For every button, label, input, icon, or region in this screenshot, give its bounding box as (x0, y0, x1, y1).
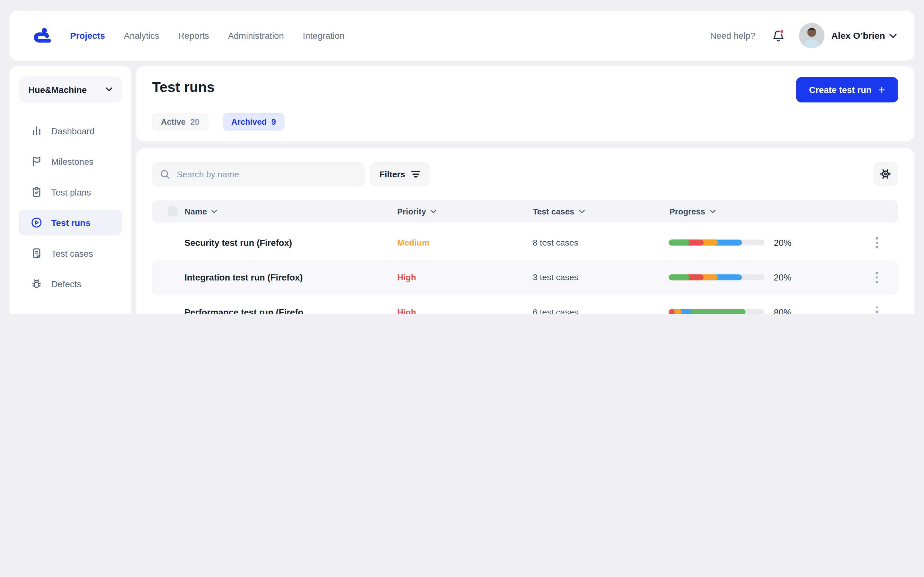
bar-chart-icon (31, 125, 43, 137)
row-priority: Medium (397, 238, 430, 247)
need-help-link[interactable]: Need help? (710, 31, 755, 41)
progress-bar (669, 274, 764, 280)
column-label: Name (184, 207, 207, 216)
sidebar-item-test-runs[interactable]: Test runs (19, 210, 122, 235)
test-runs-table-card: Filters Name Priority Test cases Progres… (136, 148, 914, 314)
clipboard-check-icon (31, 186, 43, 198)
user-avatar[interactable] (799, 23, 824, 48)
sidebar-menu: DashboardMilestonesTest plansTest runsTe… (19, 118, 122, 297)
table-row: Security test run (Firefox)Medium8 test … (152, 226, 898, 260)
progress-bar (669, 309, 764, 314)
top-navigation-bar: ProjectsAnalyticsReportsAdministrationIn… (9, 11, 914, 61)
project-selector[interactable]: Hue&Machine (19, 77, 122, 103)
column-header-name[interactable]: Name (184, 207, 218, 216)
filter-lines-icon (411, 171, 420, 178)
create-test-run-label: Create test run (809, 85, 871, 95)
project-chevron-down-icon (105, 87, 113, 92)
plus-icon: + (879, 83, 885, 96)
tab-active[interactable]: Active20 (152, 113, 208, 131)
search-input[interactable] (176, 169, 357, 179)
row-progress-percent: 80% (774, 307, 792, 314)
sidebar: Hue&Machine DashboardMilestonesTest plan… (9, 66, 131, 314)
filters-button[interactable]: Filters (370, 162, 429, 187)
sort-chevron-down-icon (430, 210, 437, 213)
screen: ProjectsAnalyticsReportsAdministrationIn… (0, 0, 924, 314)
gear-icon (879, 168, 892, 180)
create-test-run-button[interactable]: Create test run + (796, 77, 898, 103)
row-name[interactable]: Integration test run (Firefox) (184, 272, 303, 282)
filters-label: Filters (380, 169, 405, 179)
sidebar-item-test-cases[interactable]: Test cases (19, 240, 122, 266)
row-test-cases: 6 test cases (533, 308, 578, 314)
column-label: Progress (670, 207, 705, 216)
row-actions-kebab-icon[interactable] (873, 269, 880, 285)
user-menu-chevron-down-icon[interactable] (889, 33, 897, 38)
app-logo-icon[interactable] (33, 27, 53, 44)
bug-icon (31, 278, 43, 290)
sidebar-item-milestones[interactable]: Milestones (19, 148, 122, 174)
nav-item-analytics[interactable]: Analytics (124, 31, 159, 41)
topbar-right: Need help? Alex O’brien (710, 23, 897, 48)
nav-item-integration[interactable]: Integration (303, 31, 344, 41)
nav-item-administration[interactable]: Administration (228, 31, 284, 41)
document-check-icon (31, 247, 43, 259)
sidebar-item-label: Test cases (51, 248, 93, 258)
column-label: Priority (397, 207, 426, 216)
sidebar-item-label: Dashboard (51, 126, 95, 135)
tab-bar: Active20Archived9 (152, 113, 285, 131)
table-body: Security test run (Firefox)Medium8 test … (152, 226, 898, 314)
row-progress-percent: 20% (774, 238, 792, 248)
page-header-card: Test runs Active20Archived9 Create test … (136, 66, 914, 141)
row-name[interactable]: Performance test run (Firefo... (184, 307, 310, 314)
search-box (152, 162, 365, 187)
sidebar-item-defects[interactable]: Defects (19, 271, 122, 297)
column-header-test-cases[interactable]: Test cases (533, 207, 585, 216)
table-row: Performance test run (Firefo...High6 tes… (152, 295, 898, 314)
row-actions-kebab-icon[interactable] (873, 304, 880, 314)
column-header-progress[interactable]: Progress (670, 207, 716, 216)
row-progress-percent: 20% (774, 272, 792, 282)
tab-count: 9 (271, 117, 276, 127)
sidebar-item-label: Defects (51, 279, 81, 289)
sidebar-item-test-plans[interactable]: Test plans (19, 179, 122, 205)
select-all-checkbox[interactable] (168, 206, 178, 216)
tab-count: 20 (190, 117, 200, 127)
notifications-bell-icon[interactable] (772, 29, 785, 43)
project-name: Hue&Machine (28, 85, 105, 95)
row-priority: High (397, 308, 416, 314)
nav-item-reports[interactable]: Reports (178, 31, 209, 41)
row-test-cases: 8 test cases (533, 238, 578, 247)
column-label: Test cases (533, 207, 574, 216)
nav-item-projects[interactable]: Projects (70, 31, 105, 41)
main-nav: ProjectsAnalyticsReportsAdministrationIn… (70, 31, 344, 41)
table-header-row: Name Priority Test cases Progress (152, 200, 898, 222)
column-header-priority[interactable]: Priority (397, 207, 437, 216)
search-icon (160, 169, 170, 179)
row-actions-kebab-icon[interactable] (873, 235, 880, 251)
sidebar-item-dashboard[interactable]: Dashboard (19, 118, 122, 143)
row-priority: High (397, 273, 416, 282)
sidebar-item-label: Test runs (51, 218, 90, 227)
play-circle-icon (31, 217, 43, 229)
flag-icon (31, 155, 43, 167)
row-name[interactable]: Security test run (Firefox) (184, 238, 292, 248)
tab-label: Active (161, 117, 186, 127)
table-row: Integration test run (Firefox)High3 test… (152, 260, 898, 295)
user-name[interactable]: Alex O’brien (831, 31, 885, 41)
tab-archived[interactable]: Archived9 (223, 113, 285, 131)
sidebar-item-label: Milestones (51, 156, 94, 166)
progress-segment-green (669, 240, 690, 245)
progress-segment-green (669, 274, 690, 280)
row-test-cases: 3 test cases (533, 273, 578, 282)
sort-chevron-down-icon (578, 210, 585, 213)
progress-bar (669, 240, 764, 245)
tab-label: Archived (231, 117, 267, 127)
progress-segment-red (669, 309, 675, 314)
sidebar-item-label: Test plans (51, 187, 91, 197)
sort-chevron-down-icon (211, 210, 218, 213)
sort-chevron-down-icon (709, 210, 716, 213)
table-settings-button[interactable] (873, 162, 897, 186)
page-title: Test runs (152, 79, 215, 95)
